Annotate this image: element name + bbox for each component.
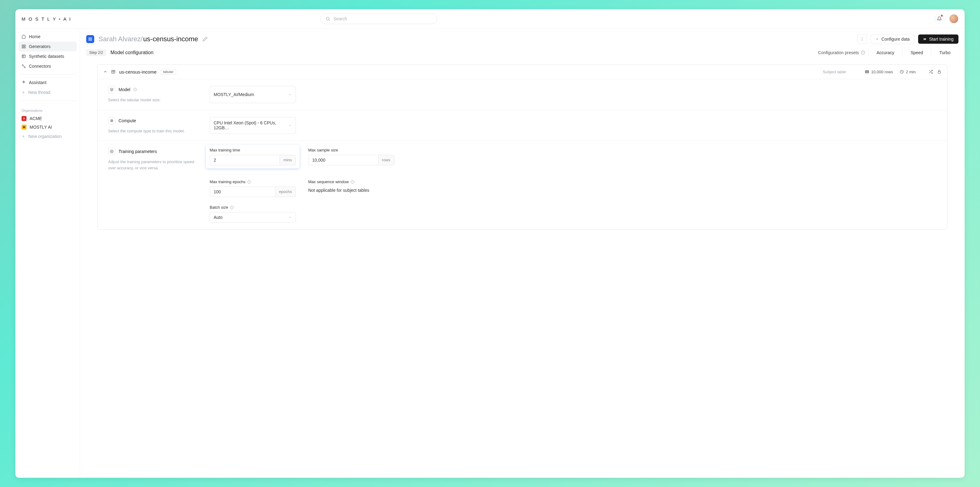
- new-organization-button[interactable]: New organization: [19, 131, 77, 141]
- more-actions-button[interactable]: [857, 34, 867, 44]
- chevron-up-icon[interactable]: [103, 70, 107, 74]
- org-badge: M: [22, 125, 27, 130]
- max-seq-window-na: Not applicable for subject tables: [308, 186, 395, 193]
- svg-rect-3: [24, 45, 25, 46]
- clock-icon: [900, 70, 904, 74]
- info-icon[interactable]: [351, 180, 355, 184]
- user-avatar[interactable]: [949, 14, 958, 23]
- sidebar-item-synthetic-datasets[interactable]: Synthetic datasets: [19, 51, 77, 61]
- preset-speed[interactable]: Speed: [902, 48, 931, 57]
- svg-rect-17: [91, 38, 92, 39]
- bell-icon: [937, 16, 942, 21]
- preset-turbo[interactable]: Turbo: [931, 48, 958, 57]
- mins-suffix: mins: [280, 155, 296, 165]
- time-stat: 2 min: [900, 70, 916, 74]
- svg-rect-29: [865, 70, 869, 71]
- notifications-button[interactable]: [934, 14, 944, 24]
- presets-label: Configuration presets: [818, 50, 865, 55]
- preset-accuracy[interactable]: Accuracy: [868, 48, 902, 57]
- info-icon: [861, 51, 865, 55]
- svg-rect-5: [24, 47, 25, 48]
- org-item-acme[interactable]: A ACME: [19, 114, 77, 123]
- svg-rect-2: [22, 45, 24, 46]
- max-sample-size-input[interactable]: [308, 155, 378, 165]
- model-select[interactable]: MOSTLY_AI/Medium: [210, 86, 296, 103]
- sidebar-item-home[interactable]: Home: [19, 32, 77, 41]
- datasets-icon: [22, 54, 26, 59]
- logo: M O S T L Y • A I: [22, 16, 72, 22]
- max-training-time-input[interactable]: [210, 155, 280, 165]
- svg-point-20: [862, 38, 862, 38]
- svg-point-45: [249, 181, 250, 181]
- search-input[interactable]: [333, 16, 432, 21]
- svg-point-48: [352, 181, 353, 181]
- step-badge: Step 2/2: [86, 49, 106, 56]
- new-thread-button[interactable]: New thread: [19, 88, 77, 97]
- sidebar-item-generators[interactable]: Generators: [19, 41, 77, 51]
- lock-icon[interactable]: [937, 70, 942, 74]
- sidebar-item-label: Home: [29, 34, 40, 39]
- notification-dot: [941, 15, 943, 17]
- play-icon: [923, 37, 927, 41]
- edit-icon[interactable]: [203, 37, 207, 41]
- training-title: Training parameters: [119, 149, 157, 154]
- svg-line-11: [23, 65, 25, 67]
- shuffle-icon[interactable]: [929, 70, 933, 74]
- org-badge: A: [22, 116, 27, 121]
- new-thread-label: New thread: [28, 90, 51, 95]
- search-icon: [325, 16, 330, 21]
- svg-point-51: [232, 207, 232, 207]
- generator-icon: [86, 35, 94, 43]
- start-training-label: Start training: [929, 37, 953, 41]
- sidebar-item-assistant[interactable]: Assistant: [19, 78, 77, 88]
- org-label: MOSTLY AI: [30, 125, 52, 130]
- model-select-value: MOSTLY_AI/Medium: [214, 92, 254, 97]
- plus-icon: [22, 135, 25, 138]
- svg-rect-19: [91, 40, 92, 41]
- compute-select[interactable]: CPU Intel Xeon (Spot) - 6 CPUs, 12GB…: [210, 117, 296, 134]
- configure-data-button[interactable]: Configure data: [871, 34, 915, 44]
- owner-name[interactable]: Sarah Alvarez: [99, 35, 141, 43]
- batch-size-label: Batch size: [210, 205, 228, 210]
- svg-point-42: [111, 151, 112, 152]
- svg-point-21: [862, 39, 862, 40]
- max-seq-window-label: Max sequence window: [308, 180, 349, 184]
- rows-suffix: rows: [378, 155, 395, 165]
- search-box[interactable]: [320, 14, 437, 24]
- max-training-epochs-input[interactable]: [210, 186, 275, 197]
- svg-line-1: [329, 20, 330, 21]
- start-training-button[interactable]: Start training: [918, 35, 958, 44]
- org-item-mostly-ai[interactable]: M MOSTLY AI: [19, 123, 77, 131]
- svg-point-22: [862, 40, 862, 41]
- rows-icon: [865, 70, 869, 74]
- training-section-icon: [108, 148, 115, 155]
- generator-name: us-census-income: [143, 35, 198, 43]
- sidebar-item-label: Assistant: [29, 80, 46, 85]
- sidebar-item-label: Synthetic datasets: [29, 54, 64, 59]
- compute-title: Compute: [119, 118, 136, 123]
- breadcrumb: Sarah Alvarez/us-census-income: [99, 35, 198, 43]
- info-icon[interactable]: [230, 205, 234, 209]
- sidebar-item-connectors[interactable]: Connectors: [19, 61, 77, 71]
- sparkle-icon: [22, 80, 26, 85]
- chevron-down-icon: [288, 215, 292, 219]
- info-icon[interactable]: [133, 88, 137, 91]
- compute-select-value: CPU Intel Xeon (Spot) - 6 CPUs, 12GB…: [214, 120, 288, 130]
- new-org-label: New organization: [28, 134, 62, 139]
- batch-size-select[interactable]: Auto: [210, 212, 296, 223]
- plus-icon: [22, 91, 25, 94]
- max-training-epochs-label: Max training epochs: [210, 180, 245, 184]
- max-sample-size-label: Max sample size: [308, 148, 338, 153]
- page-title: Model configuration: [111, 50, 154, 56]
- table-icon: [111, 70, 115, 74]
- svg-line-35: [929, 70, 930, 71]
- max-training-time-label: Max training time: [210, 148, 240, 153]
- model-desc: Select the tabular model size.: [108, 97, 197, 103]
- svg-point-39: [135, 89, 135, 89]
- svg-point-0: [326, 17, 329, 20]
- subject-table-label: Subject table: [822, 70, 846, 74]
- info-icon[interactable]: [247, 180, 251, 184]
- svg-point-25: [863, 52, 863, 52]
- model-section-icon: [108, 86, 115, 93]
- svg-rect-4: [22, 47, 24, 48]
